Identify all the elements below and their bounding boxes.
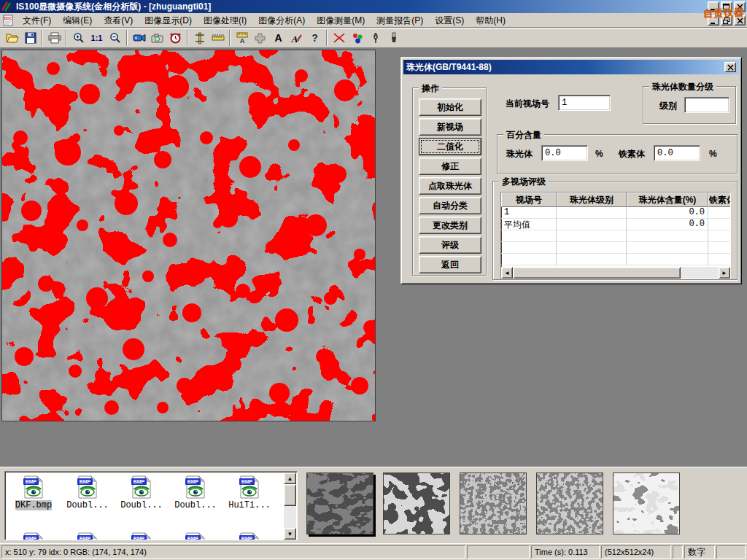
- ruler-measure-button[interactable]: [209, 29, 227, 47]
- scrollbar-thumb[interactable]: [513, 267, 681, 279]
- change-class-button[interactable]: 更改类别: [419, 217, 481, 234]
- toolbar-separator: [42, 30, 43, 46]
- menu-help[interactable]: 帮助(H): [470, 13, 511, 28]
- status-blank-panel: [673, 545, 683, 559]
- file-item[interactable]: [169, 532, 222, 540]
- operation-group: 操作 初始化 新视场 二值化 修正 点取珠光体 自动分类 更改类别 评级 返回: [412, 88, 487, 276]
- clock-icon: [170, 32, 181, 44]
- dialog-title-bar[interactable]: 珠光体(GB/T9441-88): [403, 60, 739, 74]
- text-tool-button[interactable]: A: [269, 29, 287, 47]
- camera-capture-button[interactable]: [148, 29, 166, 47]
- file-item[interactable]: [61, 532, 115, 540]
- mode-status: 数字: [684, 545, 715, 559]
- grade-group-label: 珠光体数量分级: [649, 81, 716, 93]
- curve-tool-button[interactable]: [330, 29, 348, 47]
- multi-field-group: 多视场评级 视场号 珠光体级别 珠光体含量(%) 铁素体含量(%) 1 0.0: [492, 181, 738, 280]
- printer-icon: [48, 32, 61, 44]
- rate-button[interactable]: 评级: [419, 236, 481, 254]
- video-camera-icon: [133, 34, 146, 42]
- pick-pearlite-button[interactable]: 点取珠光体: [419, 177, 481, 195]
- file-list-scrollbar[interactable]: ▲ ▼: [284, 472, 296, 540]
- zoom-in-button[interactable]: [69, 29, 88, 47]
- app-icon: [1, 1, 13, 12]
- document-system-icon[interactable]: DOC: [2, 15, 14, 26]
- time-status: Time (s): 0.113: [531, 545, 600, 559]
- file-name[interactable]: HuiTi...: [228, 500, 271, 510]
- scroll-right-button[interactable]: ►: [719, 267, 730, 279]
- file-name[interactable]: Doubl...: [174, 500, 217, 510]
- file-item[interactable]: DKF.bmp: [7, 475, 61, 510]
- video-capture-button[interactable]: [130, 29, 148, 47]
- menu-settings[interactable]: 设置(S): [429, 13, 470, 28]
- table-row[interactable]: 平均值 0.0: [501, 219, 730, 230]
- zoom-out-button[interactable]: [106, 29, 124, 47]
- file-item[interactable]: HuiTi...: [222, 475, 276, 510]
- init-button[interactable]: 初始化: [419, 98, 481, 116]
- file-list[interactable]: DKF.bmp Doubl... Doubl... Doubl... HuiTi…: [4, 471, 298, 540]
- file-item[interactable]: [115, 532, 169, 540]
- pearlite-label: 珠光体: [506, 148, 533, 160]
- scrollbar-thumb[interactable]: [284, 484, 296, 506]
- menu-image-analysis[interactable]: 图像分析(A): [252, 13, 311, 28]
- caliper-measure-button[interactable]: [190, 29, 209, 47]
- zoom-actual-button[interactable]: 1:1: [88, 29, 106, 47]
- file-item[interactable]: [7, 532, 61, 540]
- menu-image-measure[interactable]: 图像测量(M): [311, 13, 371, 28]
- menu-view[interactable]: 查看(V): [98, 13, 139, 28]
- file-name[interactable]: Doubl...: [120, 500, 163, 510]
- pearlite-percent-input[interactable]: [541, 145, 588, 161]
- menu-image-display[interactable]: 图像显示(D): [139, 13, 198, 28]
- thumbnail-1-selected[interactable]: [306, 472, 374, 534]
- specimen-image[interactable]: [1, 50, 376, 421]
- scroll-down-button[interactable]: ▼: [284, 528, 296, 540]
- brush-tool-button[interactable]: [384, 29, 403, 47]
- close-button[interactable]: [734, 1, 746, 12]
- timer-button[interactable]: [166, 29, 185, 47]
- menu-image-process[interactable]: 图像处理(I): [198, 13, 252, 28]
- scroll-up-button[interactable]: ▲: [284, 472, 296, 484]
- file-name-selected[interactable]: DKF.bmp: [15, 500, 52, 510]
- file-name[interactable]: Doubl...: [66, 500, 109, 510]
- file-item[interactable]: [222, 532, 276, 540]
- new-field-button[interactable]: 新视场: [419, 118, 481, 136]
- open-button[interactable]: [3, 29, 21, 47]
- return-button[interactable]: 返回: [419, 256, 481, 273]
- scroll-left-button[interactable]: ◄: [501, 267, 513, 279]
- menu-measure-report[interactable]: 测量报告(P): [371, 13, 429, 28]
- menu-file[interactable]: 文件(F): [17, 13, 57, 28]
- open-folder-icon: [6, 32, 19, 44]
- phase-color-button[interactable]: [348, 29, 366, 47]
- auto-classify-button[interactable]: 自动分类: [419, 197, 481, 214]
- save-button[interactable]: [21, 29, 39, 47]
- table-horizontal-scrollbar[interactable]: ◄ ►: [501, 267, 730, 279]
- dialog-close-button[interactable]: [724, 62, 736, 72]
- annotate-tool-button[interactable]: A: [287, 29, 306, 47]
- ferrite-percent-input[interactable]: [654, 145, 700, 161]
- child-restore-button[interactable]: [721, 15, 732, 26]
- thumbnail-4[interactable]: [536, 472, 603, 534]
- table-row[interactable]: 1 0.0: [501, 207, 730, 219]
- maximize-button[interactable]: [721, 1, 732, 12]
- grade-input[interactable]: [684, 97, 729, 113]
- child-minimize-button[interactable]: [708, 15, 719, 26]
- menu-edit[interactable]: 编辑(E): [57, 13, 98, 28]
- current-field-input[interactable]: [558, 95, 611, 111]
- file-item[interactable]: Doubl...: [61, 475, 115, 510]
- pen-tool-button[interactable]: [366, 29, 384, 47]
- correct-button[interactable]: 修正: [419, 158, 481, 175]
- file-item[interactable]: Doubl...: [115, 475, 169, 510]
- help-button[interactable]: ?: [306, 29, 324, 47]
- rating-table[interactable]: 视场号 珠光体级别 珠光体含量(%) 铁素体含量(%) 1 0.0: [500, 192, 731, 279]
- binarize-button[interactable]: 二值化: [419, 138, 481, 155]
- minimize-button[interactable]: [708, 1, 719, 12]
- print-button[interactable]: [45, 29, 63, 47]
- grid-button[interactable]: [251, 29, 269, 47]
- thumbnail-3[interactable]: [460, 472, 527, 534]
- header-field: 视场号: [501, 192, 557, 207]
- thumbnail-5[interactable]: [613, 472, 680, 534]
- child-close-button[interactable]: [734, 15, 746, 26]
- help-question-label: ?: [311, 32, 318, 44]
- thumbnail-2[interactable]: [383, 472, 450, 534]
- scale-annotation-button[interactable]: A: [233, 29, 251, 47]
- file-item[interactable]: Doubl...: [169, 475, 222, 510]
